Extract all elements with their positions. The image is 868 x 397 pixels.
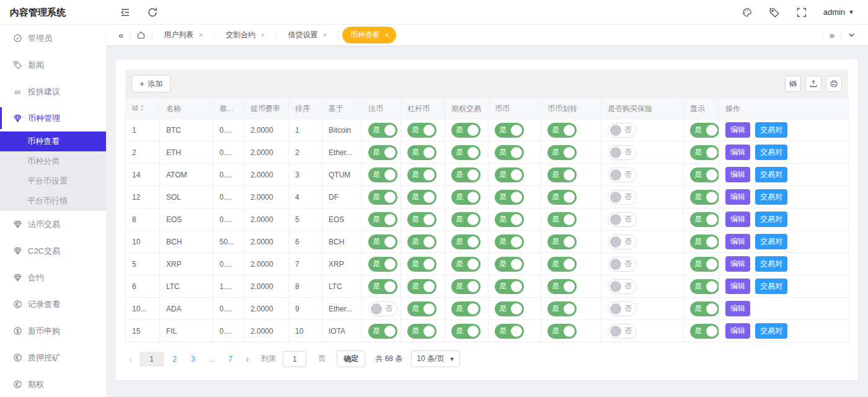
sidebar-subitem-platform-coin-market[interactable]: 平台币行情 <box>0 191 106 211</box>
transfer-toggle[interactable]: 是 <box>547 234 577 249</box>
tabs-scroll-left-button[interactable]: « <box>112 25 130 45</box>
sidebar-subitem-coin-view[interactable]: 币种查看 <box>0 132 106 151</box>
lever-toggle[interactable]: 是 <box>407 279 436 294</box>
fiat-toggle[interactable]: 是 <box>368 212 397 227</box>
tag-icon[interactable] <box>769 7 780 18</box>
page-size-select[interactable]: 10 条/页 ▼ <box>411 350 460 367</box>
insurance-toggle[interactable]: 否 <box>608 145 637 160</box>
sidebar-subitem-coin-category[interactable]: 币种分类 <box>0 151 106 171</box>
fiat-toggle[interactable]: 是 <box>368 324 397 339</box>
insurance-toggle[interactable]: 否 <box>608 212 637 227</box>
sidebar-subitem-platform-coin-settings[interactable]: 平台币设置 <box>0 171 106 191</box>
lever-toggle[interactable]: 是 <box>407 190 436 205</box>
edit-button[interactable]: 编辑 <box>725 212 750 227</box>
sidebar-item-fiat-trade[interactable]: 法币交易 <box>0 211 106 238</box>
show-toggle[interactable]: 是 <box>690 279 719 294</box>
sidebar-item-feedback[interactable]: ∞投拆建议 <box>0 78 106 105</box>
insurance-toggle[interactable]: 否 <box>608 234 637 249</box>
coin-toggle[interactable]: 是 <box>495 212 524 227</box>
edit-button[interactable]: 编辑 <box>725 323 750 339</box>
option-toggle[interactable]: 是 <box>451 167 480 182</box>
insurance-toggle[interactable]: 否 <box>608 279 637 294</box>
pair-button[interactable]: 交易对 <box>755 167 787 182</box>
option-toggle[interactable]: 是 <box>451 212 480 227</box>
edit-button[interactable]: 编辑 <box>725 189 750 205</box>
sort-icon[interactable] <box>140 104 144 114</box>
edit-button[interactable]: 编辑 <box>725 122 750 138</box>
pair-button[interactable]: 交易对 <box>755 189 787 205</box>
tab-user-list[interactable]: 用户列表× <box>156 27 210 43</box>
transfer-toggle[interactable]: 是 <box>547 212 577 227</box>
fiat-toggle[interactable]: 否 <box>368 301 397 316</box>
coin-toggle[interactable]: 是 <box>495 324 524 339</box>
coin-toggle[interactable]: 是 <box>495 167 524 182</box>
tabs-menu-chevron-icon[interactable] <box>841 25 862 45</box>
show-toggle[interactable]: 是 <box>690 212 719 227</box>
fiat-toggle[interactable]: 是 <box>368 279 397 294</box>
sidebar-item-admin[interactable]: 管理员 <box>0 25 106 51</box>
lever-toggle[interactable]: 是 <box>407 234 436 249</box>
lever-toggle[interactable]: 是 <box>407 301 436 316</box>
pair-button[interactable]: 交易对 <box>755 279 787 294</box>
edit-button[interactable]: 编辑 <box>725 234 750 249</box>
sidebar-item-new-coin-subscribe[interactable]: 新币申购 <box>0 318 106 344</box>
refresh-icon[interactable] <box>147 7 158 18</box>
page-number-2[interactable]: 2 <box>167 352 183 367</box>
coin-toggle[interactable]: 是 <box>495 123 524 138</box>
lever-toggle[interactable]: 是 <box>407 167 436 182</box>
lever-toggle[interactable]: 是 <box>407 324 436 339</box>
option-toggle[interactable]: 是 <box>451 123 480 138</box>
print-icon[interactable] <box>826 76 842 92</box>
sidebar-item-c2c-trade[interactable]: C2C交易 <box>0 238 106 264</box>
coin-toggle[interactable]: 是 <box>495 190 524 205</box>
sidebar-item-options[interactable]: 期权 <box>0 371 106 397</box>
col-header-id[interactable]: id <box>126 99 160 119</box>
page-number-3[interactable]: 3 <box>185 352 202 367</box>
option-toggle[interactable]: 是 <box>451 279 480 294</box>
pair-button[interactable]: 交易对 <box>755 212 787 227</box>
sidebar-item-news[interactable]: 新闻 <box>0 51 106 78</box>
coin-toggle[interactable]: 是 <box>495 279 524 294</box>
edit-button[interactable]: 编辑 <box>725 256 750 272</box>
option-toggle[interactable]: 是 <box>451 190 480 205</box>
tabs-scroll-right-button[interactable]: » <box>823 25 841 45</box>
option-toggle[interactable]: 是 <box>451 257 480 272</box>
show-toggle[interactable]: 是 <box>690 301 719 316</box>
insurance-toggle[interactable]: 否 <box>608 123 637 138</box>
fullscreen-icon[interactable] <box>796 7 807 18</box>
transfer-toggle[interactable]: 是 <box>547 301 577 316</box>
show-toggle[interactable]: 是 <box>690 190 719 205</box>
pair-button[interactable]: 交易对 <box>755 323 787 339</box>
pair-button[interactable]: 交易对 <box>755 145 787 160</box>
close-icon[interactable]: × <box>322 31 327 40</box>
home-icon[interactable] <box>130 25 152 45</box>
confirm-button[interactable]: 确定 <box>337 350 365 367</box>
sidebar-item-coin-manage[interactable]: 币种管理 <box>0 105 106 132</box>
fiat-toggle[interactable]: 是 <box>368 257 397 272</box>
coin-toggle[interactable]: 是 <box>495 301 524 316</box>
edit-button[interactable]: 编辑 <box>725 167 750 182</box>
transfer-toggle[interactable]: 是 <box>547 279 577 294</box>
fiat-toggle[interactable]: 是 <box>368 145 397 160</box>
sidebar-item-records[interactable]: 记录查看 <box>0 291 106 318</box>
option-toggle[interactable]: 是 <box>451 145 480 160</box>
page-number-7[interactable]: 7 <box>223 352 239 367</box>
coin-toggle[interactable]: 是 <box>495 145 524 160</box>
fiat-toggle[interactable]: 是 <box>368 123 397 138</box>
palette-icon[interactable] <box>742 7 753 18</box>
show-toggle[interactable]: 是 <box>690 257 719 272</box>
pair-button[interactable]: 交易对 <box>755 256 787 272</box>
page-number-1[interactable]: 1 <box>140 352 164 367</box>
transfer-toggle[interactable]: 是 <box>547 324 577 339</box>
insurance-toggle[interactable]: 否 <box>608 190 637 205</box>
coin-toggle[interactable]: 是 <box>495 257 524 272</box>
edit-button[interactable]: 编辑 <box>725 279 750 294</box>
collapse-menu-icon[interactable] <box>120 7 131 18</box>
transfer-toggle[interactable]: 是 <box>547 123 577 138</box>
close-icon[interactable]: × <box>198 31 203 40</box>
show-toggle[interactable]: 是 <box>690 145 719 160</box>
show-toggle[interactable]: 是 <box>690 167 719 182</box>
insurance-toggle[interactable]: 否 <box>608 324 637 339</box>
coin-toggle[interactable]: 是 <box>495 234 524 249</box>
transfer-toggle[interactable]: 是 <box>547 190 577 205</box>
